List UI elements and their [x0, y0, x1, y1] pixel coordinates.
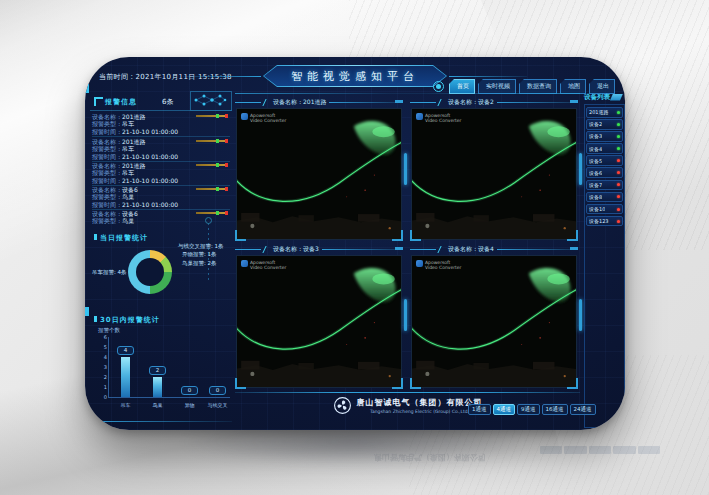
- watermark: Apowersoft Video Converter: [416, 260, 461, 270]
- video-stream-3[interactable]: Apowersoft Video Converter: [236, 255, 402, 388]
- watermark-line2: Video Converter: [425, 265, 461, 270]
- alarm-time: 21-10-10 01:00:00: [122, 153, 178, 160]
- title-wing-left: [183, 76, 261, 77]
- watermark: Apowersoft Video Converter: [416, 113, 461, 123]
- today-alarm-donut-chart: [128, 250, 172, 294]
- device-item[interactable]: 设备3: [586, 131, 623, 142]
- video-panel-2: 设备名称：设备2 Apowersoft Video Converter: [410, 97, 578, 241]
- status-dot: [617, 135, 620, 138]
- nav-home-button[interactable]: 首页: [449, 79, 475, 94]
- watermark: Apowersoft Video Converter: [241, 113, 286, 123]
- title-banner: 智能视觉感知平台: [263, 65, 447, 87]
- device-list-header: 设备列表: [584, 92, 623, 102]
- device-sidebar: 设备列表 201道路 设备2 设备3 设备4 设备5 设备6 设备7 设备8 设…: [584, 92, 623, 426]
- device-item[interactable]: 设备4: [586, 143, 623, 154]
- alarm-list-item[interactable]: 设备名称：201道路 报警类型：吊车 报警时间：21-10-10 01:00:0…: [92, 162, 230, 186]
- y-tick: 6: [100, 334, 107, 340]
- device-item[interactable]: 设备8: [586, 192, 623, 203]
- alarm-type: 吊车: [122, 120, 134, 127]
- y-axis-label: 报警个数: [98, 327, 120, 334]
- field-label: 报警时间：: [92, 201, 122, 208]
- bar-value: 4: [117, 346, 134, 355]
- company-name-en: Tangshan Zhicheng Electric (Group) Co.,L…: [357, 409, 483, 414]
- donut-label: 吊车报警: 4条: [92, 269, 127, 276]
- device-item[interactable]: 设备2: [586, 119, 623, 130]
- alarm-level-meter: [196, 212, 228, 214]
- alarm-list-item[interactable]: 设备名称：201道路 报警类型：吊车 报警时间：21-10-10 01:00:0…: [92, 113, 230, 137]
- donut-label: 异物报警: 1条: [182, 251, 217, 258]
- status-dot: [617, 171, 620, 174]
- y-tick: 1: [100, 384, 107, 390]
- alarm-list-item[interactable]: 设备名称：设备6 报警类型：鸟巢 报警时间：21-10-10 01:00:00: [92, 186, 230, 210]
- channel-9-button[interactable]: 9通道: [517, 404, 540, 415]
- video-title: 设备名称：设备3: [273, 245, 319, 254]
- y-tick: 2: [100, 374, 107, 380]
- converter-logo-icon: [416, 260, 423, 267]
- user-icon[interactable]: [433, 81, 444, 92]
- channel-4-button[interactable]: 4通道: [493, 404, 516, 415]
- status-dot: [617, 220, 620, 223]
- title-wing-right: [449, 76, 527, 77]
- channel-16-button[interactable]: 16通道: [542, 404, 568, 415]
- video-stream-2[interactable]: Apowersoft Video Converter: [411, 108, 577, 240]
- divider-line: [90, 421, 232, 422]
- alarm-level-meter: [196, 164, 228, 166]
- alarm-level-meter: [196, 115, 228, 117]
- nav-live-video-button[interactable]: 实时视频: [478, 79, 516, 94]
- field-label: 报警类型：: [92, 193, 122, 200]
- bar: [153, 377, 162, 397]
- video-header: 设备名称：201道路: [235, 97, 403, 108]
- video-header: 设备名称：设备3: [235, 244, 403, 255]
- alarm-level-meter: [196, 188, 228, 190]
- device-item[interactable]: 设备7: [586, 180, 623, 191]
- alarm-list-item[interactable]: 设备名称：201道路 报警类型：吊车 报警时间：21-10-10 01:00:0…: [92, 138, 230, 162]
- nav-map-button[interactable]: 地图: [560, 79, 586, 94]
- video-stream-4[interactable]: Apowersoft Video Converter: [411, 255, 577, 388]
- status-dot: [617, 159, 620, 162]
- monthly-stats-title: 30日内报警统计: [94, 315, 160, 325]
- node-network-icon: [190, 91, 232, 111]
- device-item[interactable]: 设备6: [586, 167, 623, 178]
- alarm-device: 设备6: [122, 186, 138, 193]
- alarm-type: 吊车: [122, 169, 134, 176]
- field-label: 报警类型：: [92, 145, 122, 152]
- x-tick: 与线交叉: [200, 402, 235, 408]
- status-dot: [617, 147, 620, 150]
- alarm-level-meter: [196, 140, 228, 142]
- alarm-panel-title: 报警信息: [105, 97, 137, 107]
- gutter-accent: [579, 299, 582, 331]
- field-label: 报警时间：: [92, 153, 122, 160]
- device-item[interactable]: 设备5: [586, 155, 623, 166]
- field-label: 设备名称：: [92, 162, 122, 169]
- gutter-accent: [404, 153, 407, 185]
- channel-24-button[interactable]: 24通道: [570, 404, 596, 415]
- divider-line: [235, 93, 580, 94]
- field-label: 设备名称：: [92, 186, 122, 193]
- monthly-alarm-bar-chart: 报警个数 0 1 2 3 4 5 6 4 吊车 2 鸟巢: [94, 327, 232, 413]
- video-panel-3: 设备名称：设备3 Apowersoft Video Converter: [235, 244, 403, 389]
- y-tick: 3: [100, 364, 107, 370]
- slash-icon: [437, 99, 446, 106]
- video-stream-1[interactable]: Apowersoft Video Converter: [236, 108, 402, 240]
- gutter-accent: [579, 153, 582, 185]
- device-item[interactable]: 201道路: [586, 107, 623, 118]
- device-item[interactable]: 设备123: [586, 216, 623, 227]
- device-list-tab[interactable]: [610, 94, 623, 101]
- slash-icon: [262, 246, 271, 253]
- channel-1-button[interactable]: 1通道: [468, 404, 491, 415]
- video-panel-4: 设备名称：设备4 Apowersoft Video Converter: [410, 244, 578, 389]
- device-item[interactable]: 设备10: [586, 204, 623, 215]
- alarm-type: 鸟巢: [122, 217, 134, 224]
- field-label: 报警类型：: [92, 120, 122, 127]
- dashboard-panel: 当前时间：2021年10月11日 15:15:38 智能视觉感知平台 首页 实时…: [85, 57, 625, 430]
- company-reflection: 唐山智诚电气（集团）有限公司: [290, 452, 570, 463]
- nav-data-query-button[interactable]: 数据查询: [519, 79, 557, 94]
- edge-notch: [85, 84, 89, 93]
- field-label: 报警类型：: [92, 169, 122, 176]
- alarm-sidebar: 报警信息 6条: [90, 95, 232, 427]
- watermark-line2: Video Converter: [250, 265, 286, 270]
- company-name-cn: 唐山智诚电气（集团）有限公司: [357, 397, 483, 408]
- x-tick: 鸟巢: [140, 402, 175, 408]
- alarm-count: 6条: [162, 97, 173, 107]
- alarm-device: 201道路: [122, 138, 145, 145]
